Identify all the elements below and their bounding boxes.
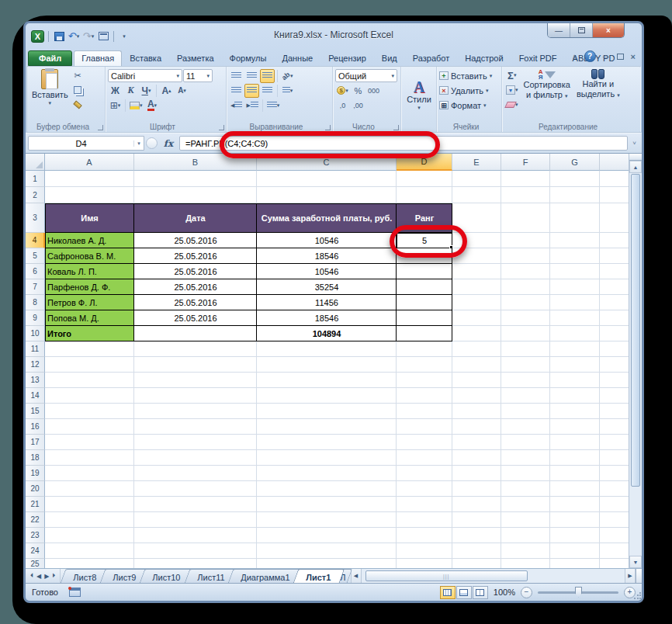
cell-B21[interactable] [134, 497, 257, 512]
column-header-B[interactable]: B [134, 154, 257, 171]
tab-data[interactable]: Данные [274, 50, 320, 66]
increase-indent-button[interactable]: ▶ [244, 99, 259, 113]
cell-C4[interactable]: 10546 [257, 233, 397, 248]
cell-C10[interactable]: 104894 [257, 326, 397, 341]
cell-G11[interactable] [550, 341, 600, 357]
restore-button[interactable] [570, 23, 593, 37]
cell-F10[interactable] [501, 326, 550, 341]
cell-B2[interactable] [134, 187, 257, 203]
redo-button[interactable]: ↷▾ [82, 30, 95, 43]
tab-file[interactable]: Файл [28, 50, 72, 66]
cell-A9[interactable]: Попова М. Д. [45, 310, 134, 326]
scroll-down-button[interactable]: ▼ [629, 556, 642, 568]
cell-A23[interactable] [45, 528, 134, 543]
help-icon[interactable]: ? [584, 50, 596, 62]
cell-D2[interactable] [397, 187, 452, 203]
cell-B7[interactable]: 25.05.2016 [134, 279, 257, 295]
row-header-3[interactable]: 3 [26, 203, 45, 233]
cell-C6[interactable]: 10546 [257, 264, 397, 279]
cell-C16[interactable] [257, 419, 397, 435]
cell-A18[interactable] [45, 450, 134, 466]
cell-D3[interactable]: Ранг [397, 203, 452, 233]
tab-scroll-left-button[interactable]: ◀ [351, 569, 362, 583]
cell-B5[interactable]: 25.05.2016 [134, 248, 257, 264]
row-header-19[interactable]: 19 [26, 466, 45, 481]
cell-F5[interactable] [501, 248, 550, 264]
cell-E8[interactable] [452, 295, 501, 310]
row-header-18[interactable]: 18 [26, 450, 45, 466]
row-header-14[interactable]: 14 [26, 388, 45, 404]
cell-partial-8[interactable] [600, 295, 629, 310]
cell-C9[interactable]: 18546 [257, 310, 397, 326]
cell-B12[interactable] [134, 357, 257, 373]
cell-F9[interactable] [501, 310, 550, 326]
tab-formulas[interactable]: Формулы [222, 50, 275, 66]
zoom-out-button[interactable]: − [521, 587, 532, 598]
cell-D18[interactable] [397, 450, 452, 466]
cell-C25[interactable] [257, 559, 397, 568]
cell-B18[interactable] [134, 450, 257, 466]
scrollbar-track[interactable] [629, 173, 642, 556]
cell-G24[interactable] [550, 543, 600, 559]
cell-G2[interactable] [550, 187, 600, 203]
orientation-button[interactable]: ab▾ [280, 69, 295, 83]
cell-G1[interactable] [550, 171, 600, 187]
cell-G10[interactable] [550, 326, 600, 341]
expand-formula-bar-icon[interactable]: ˅ [629, 140, 639, 147]
tab-view[interactable]: Вид [374, 50, 405, 66]
copy-button[interactable] [71, 83, 85, 97]
cell-B23[interactable] [134, 528, 257, 543]
cell-A11[interactable] [45, 341, 134, 357]
cell-partial-17[interactable] [600, 435, 629, 450]
cell-A14[interactable] [45, 388, 134, 404]
decrease-indent-button[interactable]: ◀ [229, 99, 244, 113]
styles-button[interactable]: А Стили ▾ [404, 78, 434, 112]
cell-partial-3[interactable] [600, 203, 629, 233]
zoom-slider[interactable] [538, 591, 618, 594]
save-button[interactable] [53, 30, 65, 43]
bold-button[interactable]: Ж [108, 84, 123, 98]
cell-E2[interactable] [452, 187, 501, 203]
cell-A22[interactable] [45, 512, 134, 528]
underline-button[interactable]: Ч▾ [139, 84, 154, 98]
cell-D16[interactable] [397, 419, 452, 435]
column-header-F[interactable]: F [501, 154, 550, 171]
cell-F21[interactable] [501, 497, 550, 512]
cell-E10[interactable] [452, 326, 501, 341]
collapse-ribbon-icon[interactable]: ∧ [572, 53, 577, 61]
align-right-button[interactable] [260, 84, 275, 98]
paste-button[interactable]: Вставить ▾ [29, 68, 71, 112]
decrease-decimal-button[interactable]: ,00 [351, 99, 365, 113]
cell-A15[interactable] [45, 404, 134, 419]
scroll-up-button[interactable]: ▲ [629, 161, 642, 173]
cell-F18[interactable] [501, 450, 550, 466]
normal-view-button[interactable] [440, 586, 456, 599]
cell-B9[interactable]: 25.05.2016 [134, 310, 257, 326]
fill-button[interactable]: ▼▾ [504, 83, 520, 97]
tab-foxit[interactable]: Foxit PDF [511, 50, 565, 66]
cell-partial-10[interactable] [600, 326, 629, 341]
cell-A25[interactable] [45, 559, 134, 568]
cell-G19[interactable] [550, 466, 600, 481]
cell-D25[interactable] [397, 559, 452, 568]
italic-button[interactable]: К [123, 84, 138, 98]
cell-partial-15[interactable] [600, 404, 629, 419]
row-header-22[interactable]: 22 [26, 512, 45, 528]
cell-E15[interactable] [452, 404, 501, 419]
cell-D23[interactable] [397, 528, 452, 543]
cell-partial-4[interactable] [600, 233, 629, 248]
scrollbar-thumb[interactable] [631, 174, 640, 487]
cell-A4[interactable]: Николаев А. Д. [45, 233, 134, 248]
column-header-partial[interactable] [600, 154, 629, 171]
cell-G3[interactable] [550, 203, 600, 233]
cell-F1[interactable] [501, 171, 550, 187]
cell-partial-2[interactable] [600, 187, 629, 203]
minimize-icon[interactable]: — [603, 53, 610, 61]
cell-D17[interactable] [397, 435, 452, 450]
cell-partial-9[interactable] [600, 310, 629, 326]
row-header-24[interactable]: 24 [26, 543, 45, 559]
align-top-button[interactable] [229, 69, 244, 83]
cell-A3[interactable]: Имя [45, 203, 134, 233]
cell-A24[interactable] [45, 543, 134, 559]
cell-G6[interactable] [550, 264, 600, 279]
